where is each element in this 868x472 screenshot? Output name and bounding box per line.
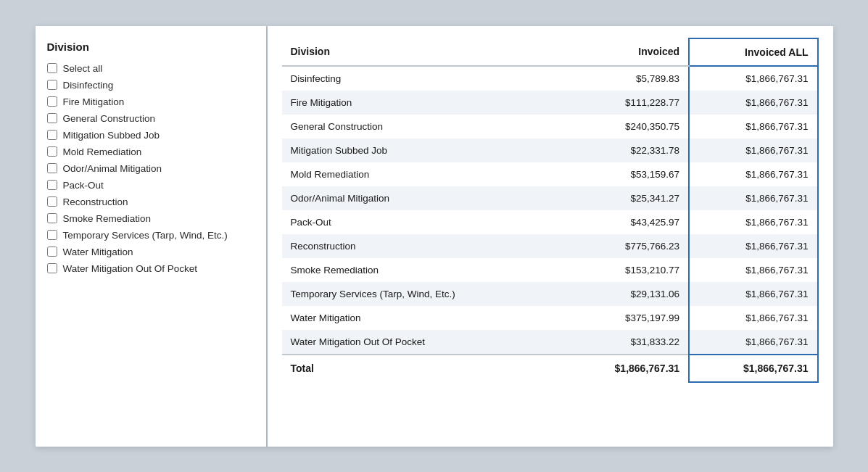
table-row: Water Mitigation Out Of Pocket$31,833.22… xyxy=(282,330,818,355)
checkbox-item-water-mitigation-oop[interactable]: Water Mitigation Out Of Pocket xyxy=(47,263,255,274)
checkbox-item-smoke-remediation[interactable]: Smoke Remediation xyxy=(47,213,255,224)
checkbox-item-odor-animal-mitigation[interactable]: Odor/Animal Mitigation xyxy=(47,163,255,174)
checkbox-item-mitigation-subbed-job[interactable]: Mitigation Subbed Job xyxy=(47,130,255,141)
checkbox-item-select-all[interactable]: Select all xyxy=(47,63,255,74)
checkbox-label-general-construction: General Construction xyxy=(63,113,156,124)
checkbox-reconstruction[interactable] xyxy=(47,196,57,207)
cell-division: Pack-Out xyxy=(282,210,562,234)
cell-invoiced-all: $1,866,767.31 xyxy=(689,66,817,91)
checkbox-disinfecting[interactable] xyxy=(47,80,57,90)
cell-invoiced: $43,425.97 xyxy=(561,210,689,234)
cell-division: Smoke Remediation xyxy=(282,258,562,282)
cell-invoiced: $22,331.78 xyxy=(561,138,689,162)
cell-invoiced-all: $1,866,767.31 xyxy=(689,91,817,115)
checkbox-label-temporary-services: Temporary Services (Tarp, Wind, Etc.) xyxy=(63,230,228,241)
checkbox-item-water-mitigation[interactable]: Water Mitigation xyxy=(47,247,255,257)
cell-invoiced: $5,789.83 xyxy=(561,66,689,91)
cell-invoiced-all: $1,866,767.31 xyxy=(689,162,817,186)
table-row: Smoke Remediation$153,210.77$1,866,767.3… xyxy=(282,258,818,282)
header-invoiced: Invoiced xyxy=(561,38,689,66)
cell-division: Reconstruction xyxy=(282,234,562,258)
footer-invoiced-all: $1,866,767.31 xyxy=(689,355,817,382)
cell-invoiced: $111,228.77 xyxy=(561,91,689,115)
checkbox-item-temporary-services[interactable]: Temporary Services (Tarp, Wind, Etc.) xyxy=(47,230,255,241)
checkbox-general-construction[interactable] xyxy=(47,113,57,123)
table-row: Mold Remediation$53,159.67$1,866,767.31 xyxy=(282,162,818,186)
checkbox-label-odor-animal-mitigation: Odor/Animal Mitigation xyxy=(63,163,162,174)
cell-invoiced-all: $1,866,767.31 xyxy=(689,330,817,355)
checkbox-item-reconstruction[interactable]: Reconstruction xyxy=(47,196,255,207)
cell-invoiced: $240,350.75 xyxy=(561,115,689,138)
checkbox-label-water-mitigation: Water Mitigation xyxy=(63,247,133,257)
table-row: General Construction$240,350.75$1,866,76… xyxy=(282,115,818,138)
cell-invoiced-all: $1,866,767.31 xyxy=(689,234,817,258)
checkbox-pack-out[interactable] xyxy=(47,180,57,190)
cell-invoiced: $31,833.22 xyxy=(561,330,689,355)
table-row: Mitigation Subbed Job$22,331.78$1,866,76… xyxy=(282,138,818,162)
right-panel: Division Invoiced Invoiced ALL Disinfect… xyxy=(268,26,833,447)
cell-invoiced-all: $1,866,767.31 xyxy=(689,210,817,234)
checkbox-label-water-mitigation-oop: Water Mitigation Out Of Pocket xyxy=(63,263,198,274)
table-row: Water Mitigation$375,197.99$1,866,767.31 xyxy=(282,306,818,330)
table-body: Disinfecting$5,789.83$1,866,767.31Fire M… xyxy=(282,66,818,355)
checkbox-smoke-remediation[interactable] xyxy=(47,213,57,223)
checkbox-mold-remediation[interactable] xyxy=(47,146,57,157)
cell-division: Disinfecting xyxy=(282,66,562,91)
checkbox-label-select-all: Select all xyxy=(63,63,103,74)
cell-division: General Construction xyxy=(282,115,562,138)
checkbox-label-disinfecting: Disinfecting xyxy=(63,80,114,91)
checkbox-label-smoke-remediation: Smoke Remediation xyxy=(63,213,152,224)
table-row: Reconstruction$775,766.23$1,866,767.31 xyxy=(282,234,818,258)
checkbox-item-general-construction[interactable]: General Construction xyxy=(47,113,255,124)
cell-invoiced-all: $1,866,767.31 xyxy=(689,115,817,138)
cell-division: Mold Remediation xyxy=(282,162,562,186)
checkbox-mitigation-subbed-job[interactable] xyxy=(47,130,57,140)
cell-division: Fire Mitigation xyxy=(282,91,562,115)
cell-division: Mitigation Subbed Job xyxy=(282,138,562,162)
footer-label: Total xyxy=(282,355,562,382)
cell-division: Water Mitigation Out Of Pocket xyxy=(282,330,562,355)
checkbox-label-mitigation-subbed-job: Mitigation Subbed Job xyxy=(63,130,160,141)
cell-division: Water Mitigation xyxy=(282,306,562,330)
checkbox-water-mitigation-oop[interactable] xyxy=(47,263,57,273)
footer-invoiced: $1,866,767.31 xyxy=(561,355,689,382)
main-container: Division Select allDisinfectingFire Miti… xyxy=(36,26,833,447)
cell-invoiced-all: $1,866,767.31 xyxy=(689,186,817,210)
cell-invoiced: $775,766.23 xyxy=(561,234,689,258)
cell-invoiced-all: $1,866,767.31 xyxy=(689,258,817,282)
checkbox-item-mold-remediation[interactable]: Mold Remediation xyxy=(47,146,255,157)
data-table: Division Invoiced Invoiced ALL Disinfect… xyxy=(282,38,819,383)
checkbox-label-reconstruction: Reconstruction xyxy=(63,196,128,207)
checkbox-temporary-services[interactable] xyxy=(47,230,57,240)
cell-invoiced-all: $1,866,767.31 xyxy=(689,282,817,306)
header-invoiced-all: Invoiced ALL xyxy=(689,38,817,66)
checkbox-item-fire-mitigation[interactable]: Fire Mitigation xyxy=(47,96,255,107)
checkbox-item-disinfecting[interactable]: Disinfecting xyxy=(47,80,255,91)
cell-invoiced: $375,197.99 xyxy=(561,306,689,330)
cell-invoiced-all: $1,866,767.31 xyxy=(689,306,817,330)
cell-invoiced: $29,131.06 xyxy=(561,282,689,306)
cell-invoiced-all: $1,866,767.31 xyxy=(689,138,817,162)
checkbox-label-fire-mitigation: Fire Mitigation xyxy=(63,96,125,107)
left-panel: Division Select allDisinfectingFire Miti… xyxy=(36,26,268,447)
cell-division: Temporary Services (Tarp, Wind, Etc.) xyxy=(282,282,562,306)
cell-division: Odor/Animal Mitigation xyxy=(282,186,562,210)
checkbox-water-mitigation[interactable] xyxy=(47,247,57,257)
checkbox-label-mold-remediation: Mold Remediation xyxy=(63,146,142,157)
table-row: Fire Mitigation$111,228.77$1,866,767.31 xyxy=(282,91,818,115)
checkbox-odor-animal-mitigation[interactable] xyxy=(47,163,57,173)
cell-invoiced: $153,210.77 xyxy=(561,258,689,282)
checkbox-select-all[interactable] xyxy=(47,63,57,73)
table-row: Disinfecting$5,789.83$1,866,767.31 xyxy=(282,66,818,91)
checkbox-fire-mitigation[interactable] xyxy=(47,96,57,107)
checkbox-item-pack-out[interactable]: Pack-Out xyxy=(47,180,255,191)
left-panel-title: Division xyxy=(47,41,255,53)
table-row: Odor/Animal Mitigation$25,341.27$1,866,7… xyxy=(282,186,818,210)
table-row: Pack-Out$43,425.97$1,866,767.31 xyxy=(282,210,818,234)
cell-invoiced: $53,159.67 xyxy=(561,162,689,186)
checkbox-label-pack-out: Pack-Out xyxy=(63,180,104,191)
table-row: Temporary Services (Tarp, Wind, Etc.)$29… xyxy=(282,282,818,306)
cell-invoiced: $25,341.27 xyxy=(561,186,689,210)
checkbox-list: Select allDisinfectingFire MitigationGen… xyxy=(47,63,255,274)
header-division: Division xyxy=(282,38,562,66)
